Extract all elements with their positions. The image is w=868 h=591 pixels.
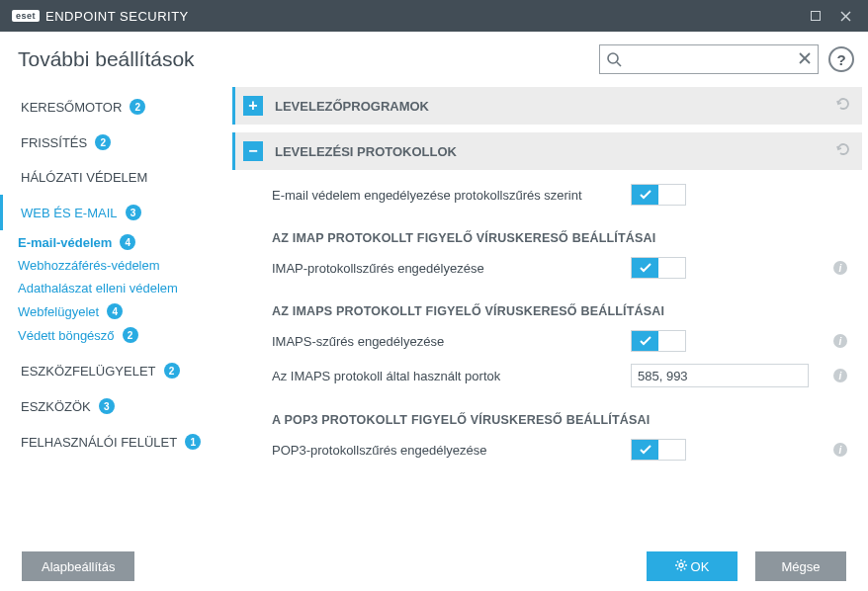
row-imap-filter: IMAP-protokollszűrés engedélyezése i [232, 251, 862, 285]
svg-line-12 [676, 560, 677, 561]
header: További beállítások ? [0, 32, 868, 87]
ok-label: OK [691, 559, 710, 574]
setting-label: IMAP-protokollszűrés engedélyezése [272, 261, 631, 276]
sidebar-item-label: E-mail-védelem [18, 235, 112, 250]
badge: 2 [164, 363, 180, 379]
default-button[interactable]: Alapbeállítás [22, 551, 134, 581]
setting-label: IMAPS-szűrés engedélyezése [272, 334, 631, 349]
sidebar-item-label: ESZKÖZÖK [21, 399, 91, 414]
revert-icon[interactable] [834, 140, 852, 162]
ok-button[interactable]: OK [647, 551, 738, 581]
brand-badge: eset [12, 10, 40, 22]
sidebar-item-label: WEB ÉS E-MAIL [21, 206, 118, 220]
window-close-icon[interactable] [830, 4, 860, 28]
brand-text: ENDPOINT SECURITY [45, 9, 189, 24]
svg-rect-0 [812, 12, 821, 21]
sidebar-item-halozati-vedelem[interactable]: HÁLÓZATI VÉDELEM [0, 160, 222, 195]
sidebar-item-label: ESZKÖZFELÜGYELET [21, 364, 156, 379]
sidebar: KERESŐMOTOR 2 FRISSÍTÉS 2 HÁLÓZATI VÉDEL… [0, 87, 222, 542]
info-icon[interactable]: i [833, 369, 847, 382]
sidebar-item-felhasznaloi-felulet[interactable]: FELHASZNÁLÓI FELÜLET 1 [0, 424, 222, 460]
row-imaps-filter: IMAPS-szűrés engedélyezése i [232, 324, 862, 358]
help-button[interactable]: ? [828, 46, 854, 72]
toggle-imaps-filter[interactable] [631, 330, 686, 352]
subhead-pop3: A POP3 PROTOKOLLT FIGYELŐ VÍRUSKERESŐ BE… [232, 393, 862, 433]
search-field[interactable] [599, 44, 819, 74]
sidebar-item-label: Védett böngésző [18, 328, 115, 343]
badge: 4 [107, 303, 123, 319]
sidebar-subitem-adathalaszat[interactable]: Adathalászat elleni védelem [0, 277, 222, 299]
svg-point-3 [608, 53, 618, 63]
section-title: LEVELEZÉSI PROTOKOLLOK [275, 144, 834, 159]
sidebar-item-label: Adathalászat elleni védelem [18, 281, 178, 296]
svg-line-4 [617, 62, 621, 66]
sidebar-subitem-webhozzaferes[interactable]: Webhozzáférés-védelem [0, 254, 222, 277]
sidebar-item-label: KERESŐMOTOR [21, 100, 122, 115]
row-enable-email-protection: E-mail védelem engedélyezése protokollsz… [232, 178, 862, 211]
sidebar-item-label: Webfelügyelet [18, 304, 99, 319]
footer: Alapbeállítás OK Mégse [0, 542, 868, 591]
sidebar-item-eszkozok[interactable]: ESZKÖZÖK 3 [0, 388, 222, 424]
setting-label: E-mail védelem engedélyezése protokollsz… [272, 188, 631, 203]
sidebar-item-frissites[interactable]: FRISSÍTÉS 2 [0, 125, 222, 160]
toggle-imap-filter[interactable] [631, 257, 686, 279]
toggle-pop3-filter[interactable] [631, 439, 686, 461]
info-icon[interactable]: i [833, 334, 847, 348]
badge: 2 [95, 134, 111, 150]
sidebar-item-eszkozfelugyelet[interactable]: ESZKÖZFELÜGYELET 2 [0, 353, 222, 388]
titlebar: eset ENDPOINT SECURITY [0, 0, 868, 32]
section-title: LEVELEZŐPROGRAMOK [275, 99, 834, 114]
svg-line-14 [676, 567, 677, 568]
revert-icon[interactable] [834, 95, 852, 117]
badge: 4 [120, 234, 135, 250]
badge: 2 [130, 99, 145, 115]
subhead-imaps: AZ IMAPS PROTOKOLLT FIGYELŐ VÍRUSKERESŐ … [232, 285, 862, 324]
svg-line-13 [683, 567, 684, 568]
info-icon[interactable]: i [833, 443, 847, 457]
toggle-enable-email-protection[interactable] [631, 184, 686, 206]
section-mail-protocols[interactable]: − LEVELEZÉSI PROTOKOLLOK [232, 132, 862, 170]
cancel-button[interactable]: Mégse [755, 551, 846, 581]
content-panel: + LEVELEZŐPROGRAMOK − LEVELEZÉSI PROTOKO… [222, 87, 868, 542]
imaps-ports-input[interactable] [631, 364, 809, 387]
sidebar-item-label: FELHASZNÁLÓI FELÜLET [21, 435, 177, 450]
sidebar-subitem-email-vedelem[interactable]: E-mail-védelem 4 [0, 230, 222, 254]
subhead-imap: AZ IMAP PROTOKOLLT FIGYELŐ VÍRUSKERESŐ B… [232, 211, 862, 251]
info-icon[interactable]: i [833, 261, 847, 275]
collapse-icon[interactable]: − [243, 141, 263, 161]
sidebar-subitem-vedett-bongeszo[interactable]: Védett böngésző 2 [0, 323, 222, 347]
window-maximize-icon[interactable] [801, 4, 830, 28]
badge: 3 [126, 205, 141, 220]
svg-point-7 [679, 563, 683, 567]
badge: 1 [185, 434, 201, 450]
sidebar-item-label: HÁLÓZATI VÉDELEM [21, 170, 147, 185]
expand-icon[interactable]: + [243, 96, 263, 116]
badge: 2 [123, 327, 138, 343]
page-title: További beállítások [18, 47, 195, 71]
row-pop3-filter: POP3-protokollszűrés engedélyezése i [232, 433, 862, 466]
sidebar-subitem-webfelugyelet[interactable]: Webfelügyelet 4 [0, 299, 222, 323]
svg-line-15 [683, 560, 684, 561]
search-icon [606, 51, 622, 71]
badge: 3 [99, 398, 115, 414]
clear-search-icon[interactable] [798, 51, 812, 68]
setting-label: POP3-protokollszűrés engedélyezése [272, 443, 631, 458]
sidebar-item-label: Webhozzáférés-védelem [18, 258, 160, 273]
sidebar-item-web-es-email[interactable]: WEB ÉS E-MAIL 3 [0, 195, 222, 230]
sidebar-item-keresomotor[interactable]: KERESŐMOTOR 2 [0, 89, 222, 125]
setting-label: Az IMAPS protokoll által használt portok [272, 369, 631, 383]
row-imaps-ports: Az IMAPS protokoll által használt portok… [232, 358, 862, 393]
sidebar-item-label: FRISSÍTÉS [21, 135, 87, 150]
gear-icon [675, 559, 687, 574]
search-input[interactable] [626, 52, 792, 67]
section-mail-clients[interactable]: + LEVELEZŐPROGRAMOK [232, 87, 862, 125]
